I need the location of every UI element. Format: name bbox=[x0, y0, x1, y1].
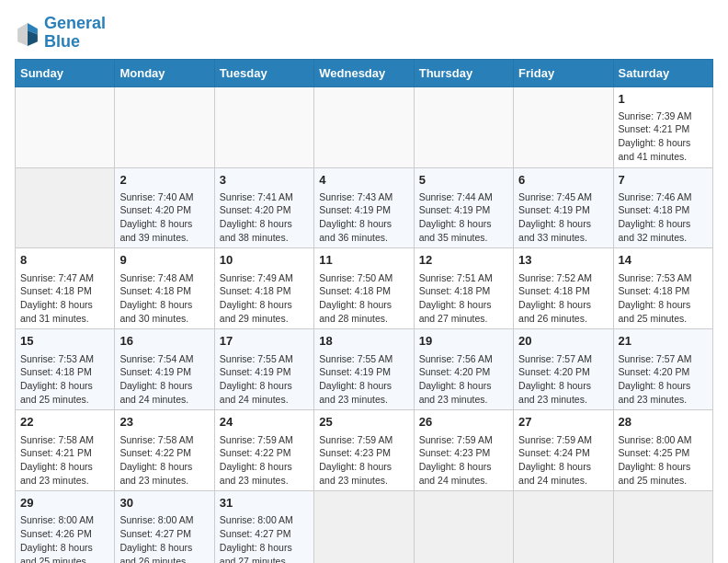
calendar-day bbox=[16, 167, 115, 248]
calendar-day: 13Sunrise: 7:52 AMSunset: 4:18 PMDayligh… bbox=[514, 248, 613, 329]
calendar-day bbox=[314, 491, 414, 563]
day-number: 25 bbox=[319, 414, 408, 431]
weekday-header: Wednesday bbox=[314, 59, 414, 86]
calendar-day: 9Sunrise: 7:48 AMSunset: 4:18 PMDaylight… bbox=[115, 248, 214, 329]
calendar-week: 1Sunrise: 7:39 AMSunset: 4:21 PMDaylight… bbox=[16, 86, 713, 167]
calendar-day bbox=[613, 491, 712, 563]
calendar-day: 25Sunrise: 7:59 AMSunset: 4:23 PMDayligh… bbox=[314, 410, 414, 491]
logo-text: General Blue bbox=[44, 15, 106, 52]
calendar-body: 1Sunrise: 7:39 AMSunset: 4:21 PMDaylight… bbox=[16, 86, 713, 563]
day-number: 15 bbox=[20, 333, 109, 350]
calendar-day: 7Sunrise: 7:46 AMSunset: 4:18 PMDaylight… bbox=[613, 167, 712, 248]
day-number: 20 bbox=[518, 333, 608, 350]
day-info: Sunrise: 7:48 AMSunset: 4:18 PMDaylight:… bbox=[119, 271, 209, 326]
calendar-day: 15Sunrise: 7:53 AMSunset: 4:18 PMDayligh… bbox=[16, 329, 115, 410]
svg-marker-2 bbox=[17, 23, 28, 46]
day-number: 9 bbox=[119, 252, 209, 269]
day-info: Sunrise: 7:45 AMSunset: 4:19 PMDaylight:… bbox=[518, 190, 608, 245]
day-info: Sunrise: 7:59 AMSunset: 4:24 PMDaylight:… bbox=[518, 433, 608, 488]
calendar-day: 2Sunrise: 7:40 AMSunset: 4:20 PMDaylight… bbox=[115, 167, 214, 248]
calendar-day: 24Sunrise: 7:59 AMSunset: 4:22 PMDayligh… bbox=[214, 410, 313, 491]
calendar-day bbox=[214, 86, 313, 167]
calendar-day bbox=[16, 86, 115, 167]
day-number: 30 bbox=[119, 495, 209, 511]
day-info: Sunrise: 7:41 AMSunset: 4:20 PMDaylight:… bbox=[220, 190, 309, 245]
day-info: Sunrise: 7:59 AMSunset: 4:22 PMDaylight:… bbox=[220, 433, 309, 488]
calendar-day bbox=[514, 86, 613, 167]
day-number: 17 bbox=[220, 333, 309, 350]
calendar-day: 17Sunrise: 7:55 AMSunset: 4:19 PMDayligh… bbox=[214, 329, 313, 410]
day-number: 10 bbox=[220, 252, 309, 269]
day-number: 3 bbox=[220, 172, 309, 189]
day-number: 26 bbox=[419, 414, 508, 431]
calendar-day: 12Sunrise: 7:51 AMSunset: 4:18 PMDayligh… bbox=[414, 248, 513, 329]
day-number: 24 bbox=[220, 414, 309, 431]
day-number: 2 bbox=[119, 172, 209, 189]
day-info: Sunrise: 7:59 AMSunset: 4:23 PMDaylight:… bbox=[419, 433, 508, 488]
calendar-table: SundayMondayTuesdayWednesdayThursdayFrid… bbox=[15, 59, 713, 563]
day-number: 29 bbox=[20, 495, 109, 511]
day-info: Sunrise: 8:00 AMSunset: 4:25 PMDaylight:… bbox=[619, 433, 708, 488]
day-info: Sunrise: 7:55 AMSunset: 4:19 PMDaylight:… bbox=[220, 352, 309, 407]
day-info: Sunrise: 7:50 AMSunset: 4:18 PMDaylight:… bbox=[319, 271, 408, 326]
weekday-header: Sunday bbox=[16, 59, 115, 86]
logo: General Blue bbox=[15, 15, 106, 52]
calendar-day: 11Sunrise: 7:50 AMSunset: 4:18 PMDayligh… bbox=[314, 248, 414, 329]
calendar-day bbox=[314, 86, 414, 167]
day-info: Sunrise: 7:57 AMSunset: 4:20 PMDaylight:… bbox=[518, 352, 608, 407]
calendar-week: 15Sunrise: 7:53 AMSunset: 4:18 PMDayligh… bbox=[16, 329, 713, 410]
weekday-header: Tuesday bbox=[214, 59, 313, 86]
day-number: 8 bbox=[20, 252, 109, 269]
day-info: Sunrise: 7:53 AMSunset: 4:18 PMDaylight:… bbox=[20, 352, 109, 407]
day-info: Sunrise: 7:51 AMSunset: 4:18 PMDaylight:… bbox=[419, 271, 508, 326]
calendar-day: 8Sunrise: 7:47 AMSunset: 4:18 PMDaylight… bbox=[16, 248, 115, 329]
calendar-day: 30Sunrise: 8:00 AMSunset: 4:27 PMDayligh… bbox=[115, 491, 214, 563]
calendar-day: 5Sunrise: 7:44 AMSunset: 4:19 PMDaylight… bbox=[414, 167, 513, 248]
day-info: Sunrise: 7:49 AMSunset: 4:18 PMDaylight:… bbox=[220, 271, 309, 326]
day-info: Sunrise: 7:53 AMSunset: 4:18 PMDaylight:… bbox=[619, 271, 708, 326]
day-info: Sunrise: 7:56 AMSunset: 4:20 PMDaylight:… bbox=[419, 352, 508, 407]
calendar-day: 20Sunrise: 7:57 AMSunset: 4:20 PMDayligh… bbox=[514, 329, 613, 410]
page-header: General Blue bbox=[15, 15, 713, 52]
calendar-day: 23Sunrise: 7:58 AMSunset: 4:22 PMDayligh… bbox=[115, 410, 214, 491]
day-info: Sunrise: 8:00 AMSunset: 4:27 PMDaylight:… bbox=[220, 513, 309, 563]
calendar-day: 29Sunrise: 8:00 AMSunset: 4:26 PMDayligh… bbox=[16, 491, 115, 563]
weekday-header: Thursday bbox=[414, 59, 513, 86]
day-info: Sunrise: 8:00 AMSunset: 4:27 PMDaylight:… bbox=[119, 513, 209, 563]
day-info: Sunrise: 7:54 AMSunset: 4:19 PMDaylight:… bbox=[119, 352, 209, 407]
calendar-week: 2Sunrise: 7:40 AMSunset: 4:20 PMDaylight… bbox=[16, 167, 713, 248]
weekday-header: Friday bbox=[514, 59, 613, 86]
calendar-day: 22Sunrise: 7:58 AMSunset: 4:21 PMDayligh… bbox=[16, 410, 115, 491]
day-number: 11 bbox=[319, 252, 408, 269]
day-info: Sunrise: 7:46 AMSunset: 4:18 PMDaylight:… bbox=[619, 190, 708, 245]
calendar-day bbox=[514, 491, 613, 563]
day-number: 14 bbox=[619, 252, 708, 269]
day-info: Sunrise: 7:59 AMSunset: 4:23 PMDaylight:… bbox=[319, 433, 408, 488]
day-number: 28 bbox=[619, 414, 708, 431]
calendar-day: 1Sunrise: 7:39 AMSunset: 4:21 PMDaylight… bbox=[613, 86, 712, 167]
day-info: Sunrise: 7:52 AMSunset: 4:18 PMDaylight:… bbox=[518, 271, 608, 326]
day-info: Sunrise: 7:43 AMSunset: 4:19 PMDaylight:… bbox=[319, 190, 408, 245]
day-number: 1 bbox=[619, 91, 708, 108]
calendar-day: 19Sunrise: 7:56 AMSunset: 4:20 PMDayligh… bbox=[414, 329, 513, 410]
calendar-day: 21Sunrise: 7:57 AMSunset: 4:20 PMDayligh… bbox=[613, 329, 712, 410]
day-info: Sunrise: 7:58 AMSunset: 4:22 PMDaylight:… bbox=[119, 433, 209, 488]
day-number: 7 bbox=[619, 172, 708, 189]
calendar-header: SundayMondayTuesdayWednesdayThursdayFrid… bbox=[16, 59, 713, 86]
day-info: Sunrise: 7:44 AMSunset: 4:19 PMDaylight:… bbox=[419, 190, 508, 245]
day-number: 27 bbox=[518, 414, 608, 431]
day-number: 22 bbox=[20, 414, 109, 431]
calendar-day: 4Sunrise: 7:43 AMSunset: 4:19 PMDaylight… bbox=[314, 167, 414, 248]
calendar-week: 22Sunrise: 7:58 AMSunset: 4:21 PMDayligh… bbox=[16, 410, 713, 491]
day-number: 6 bbox=[518, 172, 608, 189]
calendar-day: 6Sunrise: 7:45 AMSunset: 4:19 PMDaylight… bbox=[514, 167, 613, 248]
day-info: Sunrise: 7:57 AMSunset: 4:20 PMDaylight:… bbox=[619, 352, 708, 407]
calendar-week: 29Sunrise: 8:00 AMSunset: 4:26 PMDayligh… bbox=[16, 491, 713, 563]
calendar-day: 16Sunrise: 7:54 AMSunset: 4:19 PMDayligh… bbox=[115, 329, 214, 410]
calendar-day: 18Sunrise: 7:55 AMSunset: 4:19 PMDayligh… bbox=[314, 329, 414, 410]
calendar-day bbox=[414, 491, 513, 563]
day-number: 13 bbox=[518, 252, 608, 269]
day-number: 18 bbox=[319, 333, 408, 350]
calendar-day: 3Sunrise: 7:41 AMSunset: 4:20 PMDaylight… bbox=[214, 167, 313, 248]
day-number: 19 bbox=[419, 333, 508, 350]
